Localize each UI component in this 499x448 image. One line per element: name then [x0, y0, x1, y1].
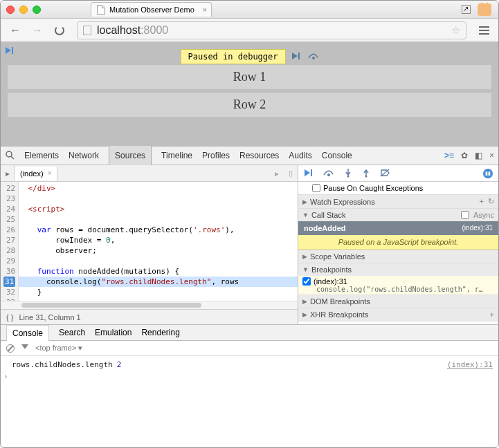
line-gutter[interactable]: 22232425262728293031323334353637: [1, 182, 19, 301]
maximize-window-button[interactable]: [33, 6, 41, 14]
page-viewport: Paused in debugger Row 1 Row 2: [1, 42, 498, 146]
dock-side-icon[interactable]: ◧: [475, 151, 482, 160]
step-over-icon[interactable]: [323, 169, 334, 178]
svg-point-10: [365, 175, 368, 177]
reload-button[interactable]: [51, 22, 69, 39]
pause-reason: Paused on a JavaScript breakpoint.: [298, 235, 498, 250]
browser-toolbar: ← → localhost:8000 ☆: [1, 19, 498, 42]
bookmark-icon[interactable]: ☆: [451, 24, 460, 37]
pause-caught-label: Pause On Caught Exceptions: [323, 184, 423, 192]
console-prompt-icon: ›: [3, 372, 8, 381]
watch-section-header[interactable]: ▶Watch Expressions+↻: [298, 195, 498, 208]
toggle-pane-icon[interactable]: ▯: [284, 169, 298, 178]
forward-button[interactable]: →: [28, 22, 46, 39]
show-drawer-icon[interactable]: >≡: [444, 151, 454, 160]
svg-rect-0: [12, 47, 13, 54]
frame-selector[interactable]: <top frame> ▾: [35, 344, 82, 353]
filter-icon[interactable]: [21, 344, 28, 353]
back-button[interactable]: ←: [6, 22, 24, 39]
minimize-window-button[interactable]: [19, 6, 28, 14]
breakpoint-item[interactable]: (index):31 console.log("rows.childNodes.…: [298, 276, 498, 295]
overlay-resume-icon[interactable]: [291, 52, 301, 62]
inspect-icon[interactable]: [5, 150, 15, 162]
url-host: localhost: [97, 24, 140, 37]
drawer-tab-console[interactable]: Console: [6, 325, 49, 341]
address-bar[interactable]: localhost:8000 ☆: [77, 21, 466, 39]
settings-icon[interactable]: ✿: [461, 151, 468, 160]
content-row: Row 1: [8, 65, 491, 89]
source-file-tab[interactable]: (index) ×: [15, 167, 57, 180]
resume-icon[interactable]: [304, 169, 314, 178]
pretty-print-icon[interactable]: { }: [6, 313, 13, 321]
console-toolbar: <top frame> ▾: [1, 341, 498, 356]
tab-sources[interactable]: Sources: [109, 146, 152, 165]
editor-statusbar: { } Line 31, Column 1: [1, 309, 298, 324]
tab-console[interactable]: Console: [322, 146, 352, 165]
console-output[interactable]: rows.childNodes.length2 (index):31 ›: [1, 356, 498, 385]
sources-navigator-icon[interactable]: ▸: [1, 165, 15, 181]
svg-line-4: [11, 156, 14, 159]
svg-rect-5: [311, 169, 312, 176]
dom-breakpoints-header[interactable]: ▶DOM Breakpoints: [298, 295, 498, 308]
step-out-icon[interactable]: [362, 168, 370, 179]
close-window-button[interactable]: [6, 6, 15, 14]
page-icon: [97, 5, 105, 15]
url-port: :8000: [140, 24, 168, 37]
pause-caught-checkbox[interactable]: [312, 184, 320, 192]
breakpoint-checkbox[interactable]: [302, 277, 311, 286]
drawer-tab-search[interactable]: Search: [59, 325, 85, 340]
overlay-step-icon[interactable]: [308, 52, 319, 62]
refresh-watch-icon[interactable]: ↻: [488, 197, 494, 206]
tab-profiles[interactable]: Profiles: [202, 146, 230, 165]
drawer-tab-rendering[interactable]: Rendering: [141, 325, 179, 340]
scratch-cat-icon: [478, 3, 491, 16]
window-titlebar: Mutation Observer Demo ×: [1, 1, 498, 19]
log-source-link[interactable]: (index):31: [447, 360, 493, 369]
tab-audits[interactable]: Audits: [289, 146, 311, 165]
svg-point-8: [347, 175, 350, 177]
tab-elements[interactable]: Elements: [24, 146, 59, 165]
drawer-tabbar: Console Search Emulation Rendering: [1, 324, 498, 341]
clear-console-icon[interactable]: [6, 344, 15, 353]
tab-title: Mutation Observer Demo: [109, 6, 194, 14]
async-checkbox[interactable]: [461, 211, 469, 219]
add-xhr-bp-icon[interactable]: +: [490, 310, 494, 319]
drawer-tab-emulation[interactable]: Emulation: [95, 325, 131, 340]
devtools-tabbar: Elements Network Sources Timeline Profil…: [1, 146, 498, 165]
traffic-lights: [6, 6, 41, 14]
debugger-sidebar: ▮▮ Pause On Caught Exceptions ▶Watch Exp…: [298, 165, 498, 324]
callstack-section-header[interactable]: ▼Call StackAsync: [298, 209, 498, 221]
content-row: Row 2: [8, 93, 491, 117]
horizontal-scrollbar[interactable]: [1, 301, 298, 309]
xhr-breakpoints-header[interactable]: ▶XHR Breakpoints+: [298, 308, 498, 321]
tab-overflow-icon[interactable]: ▸: [270, 169, 284, 178]
code-editor[interactable]: 22232425262728293031323334353637 </div> …: [1, 182, 298, 301]
browser-tab[interactable]: Mutation Observer Demo ×: [91, 2, 212, 17]
scope-section-header[interactable]: ▶Scope Variables: [298, 250, 498, 263]
file-tab-close-icon[interactable]: ×: [48, 169, 52, 177]
pause-exceptions-icon[interactable]: ▮▮: [483, 169, 493, 178]
console-log-entry: rows.childNodes.length2 (index):31: [12, 359, 493, 371]
hamburger-menu-button[interactable]: [475, 22, 493, 39]
svg-rect-1: [298, 53, 300, 59]
breakpoints-section-header[interactable]: ▼Breakpoints: [298, 263, 498, 276]
svg-point-3: [6, 151, 12, 157]
paused-message: Paused in debugger: [180, 49, 285, 64]
svg-point-6: [327, 174, 330, 176]
add-watch-icon[interactable]: +: [480, 197, 484, 206]
deactivate-breakpoints-icon[interactable]: [380, 168, 390, 179]
fullscreen-icon[interactable]: [462, 5, 471, 14]
step-into-icon[interactable]: [344, 168, 352, 179]
tab-network[interactable]: Network: [69, 146, 99, 165]
file-tab-label: (index): [20, 169, 44, 178]
cursor-position: Line 31, Column 1: [19, 313, 80, 321]
tab-close-icon[interactable]: ×: [202, 6, 206, 14]
devtools-close-icon[interactable]: ×: [489, 151, 494, 160]
callstack-frame[interactable]: nodeAdded(index):31: [298, 221, 498, 235]
tab-timeline[interactable]: Timeline: [161, 146, 192, 165]
site-info-icon[interactable]: [83, 26, 91, 35]
tab-resources[interactable]: Resources: [239, 146, 279, 165]
svg-point-2: [312, 57, 315, 59]
resume-overlay-icon[interactable]: [5, 46, 15, 57]
